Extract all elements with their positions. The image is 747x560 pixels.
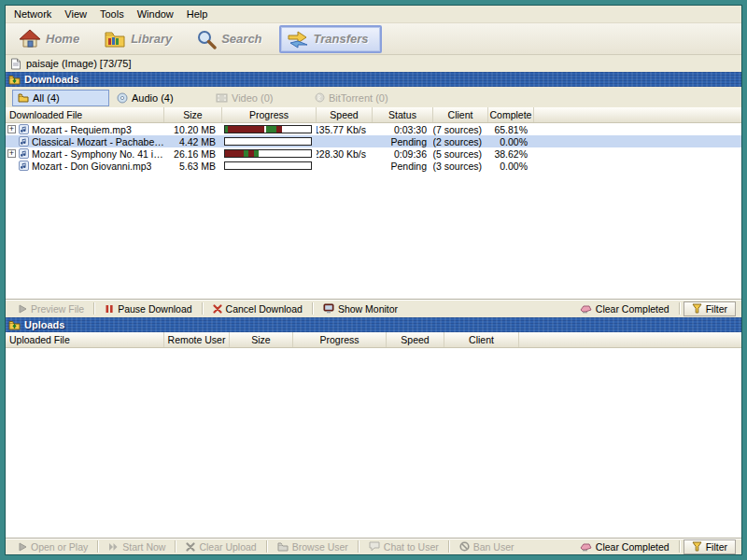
complete-cell: 0.00%: [488, 135, 534, 147]
pause-icon: [105, 304, 114, 314]
start-now-button: Start Now: [102, 540, 172, 553]
action-label: Clear Completed: [596, 541, 669, 553]
progress-cell: [222, 123, 317, 135]
column-header-status[interactable]: Status: [373, 107, 433, 122]
menu-item-tools[interactable]: Tools: [93, 7, 131, 21]
expand-icon[interactable]: +: [7, 149, 16, 158]
expand-placeholder: [7, 161, 16, 170]
action-label: Clear Upload: [199, 541, 256, 553]
separator-line: [358, 540, 359, 553]
chat-to-user-button: Chat to User: [362, 540, 445, 553]
toolbar-button-transfers[interactable]: Transfers: [279, 25, 382, 53]
clear-completed-uploads-button[interactable]: Clear Completed: [573, 540, 676, 553]
application-window: NetworkViewToolsWindowHelp HomeLibrarySe…: [5, 5, 742, 555]
filter-uploads-button[interactable]: Filter: [684, 539, 736, 554]
filter-icon: [692, 541, 702, 552]
column-header-client[interactable]: Client: [433, 107, 488, 122]
column-header-filler: [534, 107, 741, 122]
download-row[interactable]: +Mozart - Symphony No. 41 in C M...26.16…: [6, 147, 741, 160]
bittorrent-icon: [315, 92, 325, 103]
size-cell: 26.16 MB: [164, 147, 222, 160]
toolbar-button-library[interactable]: Library: [96, 25, 185, 53]
filter-icon: [692, 303, 702, 314]
speed-cell: [317, 160, 373, 172]
tab-label: Audio (4): [132, 92, 174, 104]
uploads-table-header: Uploaded FileRemote UserSizeProgressSpee…: [6, 332, 741, 348]
progress-cell: [222, 160, 317, 172]
folder-tab-icon: [18, 93, 29, 103]
audio-file-icon: [19, 124, 29, 134]
progress-cell: [222, 135, 317, 147]
expand-icon[interactable]: +: [7, 125, 16, 133]
progress-cell: [222, 147, 317, 160]
action-label: Preview File: [31, 303, 84, 315]
clear-icon: [580, 542, 592, 552]
column-header-size[interactable]: Size: [230, 332, 293, 347]
file-name: Mozart - Don Giovanni.mp3: [32, 161, 151, 172]
tab-all[interactable]: All (4): [12, 90, 109, 106]
tab-label: Video (0): [232, 92, 273, 104]
column-header-size[interactable]: Size: [164, 107, 222, 122]
action-label: Ban User: [473, 541, 514, 553]
toolbar-button-label: Search: [221, 32, 261, 46]
home-icon: [19, 29, 41, 49]
video-icon: [216, 93, 228, 103]
toolbar-button-label: Home: [46, 32, 79, 46]
column-header-progress[interactable]: Progress: [222, 107, 317, 122]
download-row[interactable]: Classical- Mozart - Pachabel Can...4.42 …: [6, 135, 741, 147]
column-header-uploaded-file[interactable]: Uploaded File: [6, 332, 164, 347]
client-cell: (3 sources): [433, 160, 488, 172]
action-label: Cancel Download: [226, 303, 303, 315]
preview-file-button: Preview File: [11, 302, 91, 315]
progress-segment: [254, 150, 259, 157]
separator-line: [679, 540, 681, 553]
size-cell: 5.63 MB: [164, 160, 222, 172]
menu-item-help[interactable]: Help: [180, 7, 215, 21]
cancel-download-button[interactable]: Cancel Download: [206, 302, 309, 315]
file-cell: Mozart - Don Giovanni.mp3: [6, 160, 164, 172]
separator-line: [175, 540, 176, 553]
toolbar-button-label: Transfers: [314, 32, 369, 46]
complete-cell: 0.00%: [488, 160, 534, 172]
clear-icon: [580, 304, 592, 314]
page-icon: [10, 58, 21, 70]
column-header-client[interactable]: Client: [444, 332, 519, 347]
action-label: Open or Play: [31, 541, 88, 553]
separator-line: [202, 302, 204, 315]
cancel-icon: [186, 542, 195, 552]
file-cell: +Mozart - Symphony No. 41 in C M...: [6, 147, 164, 160]
column-header-remote-user[interactable]: Remote User: [164, 332, 230, 347]
complete-cell: 65.81%: [488, 123, 534, 135]
download-row[interactable]: Mozart - Don Giovanni.mp35.63 MBPending(…: [6, 160, 741, 172]
menu-bar: NetworkViewToolsWindowHelp: [6, 6, 741, 23]
column-header-progress[interactable]: Progress: [293, 332, 387, 347]
status-text: paisaje (Image) [73/75]: [26, 58, 132, 69]
column-header-complete[interactable]: Complete: [488, 107, 534, 122]
audio-file-icon: [19, 161, 29, 171]
upload-folder-icon: [8, 320, 21, 330]
show-monitor-button[interactable]: Show Monitor: [317, 302, 404, 315]
filter-button[interactable]: Filter: [684, 301, 736, 316]
tab-label: All (4): [33, 92, 60, 104]
column-header-speed[interactable]: Speed: [317, 107, 373, 122]
downloads-title: Downloads: [24, 74, 79, 85]
clear-upload-button: Clear Upload: [179, 540, 262, 553]
tab-bittorrent: BitTorrent (0): [309, 90, 406, 106]
action-label: Chat to User: [384, 541, 439, 553]
action-label: Filter: [706, 541, 727, 553]
client-cell: (5 sources): [433, 147, 488, 160]
download-row[interactable]: +Mozart - Requiem.mp310.20 MB135.77 Kb/s…: [6, 123, 741, 135]
menu-item-window[interactable]: Window: [131, 7, 180, 21]
uploads-list: [6, 348, 741, 538]
tab-audio[interactable]: Audio (4): [111, 90, 208, 106]
toolbar-button-home[interactable]: Home: [11, 25, 92, 53]
toolbar-button-search[interactable]: Search: [189, 25, 275, 53]
column-header-speed[interactable]: Speed: [387, 332, 444, 347]
clear-completed-button[interactable]: Clear Completed: [573, 302, 676, 315]
pause-download-button[interactable]: Pause Download: [98, 302, 198, 315]
menu-item-network[interactable]: Network: [7, 7, 58, 21]
action-label: Start Now: [122, 541, 165, 553]
column-header-downloaded-file[interactable]: Downloaded File: [6, 107, 164, 122]
tab-label: BitTorrent (0): [329, 92, 388, 104]
menu-item-view[interactable]: View: [58, 7, 93, 21]
